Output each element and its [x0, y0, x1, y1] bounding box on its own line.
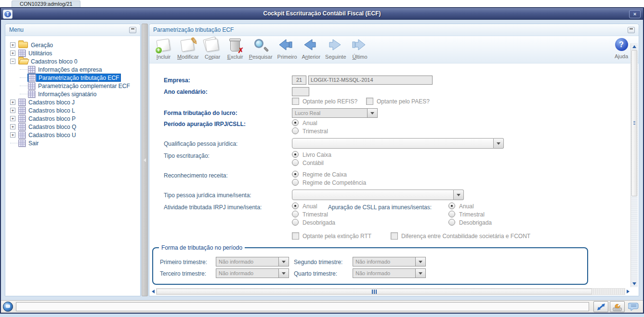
menu-panel-title: Menu: [9, 26, 24, 33]
chevron-down-icon[interactable]: [368, 108, 378, 118]
scroll-left-icon[interactable]: [152, 290, 155, 293]
apuracao-csll-label: Apuração de CSLL para imunes/isentas:: [328, 204, 432, 211]
tree-item-geracao[interactable]: +Geração: [10, 41, 138, 49]
tree-item-cadastros-bloco-j[interactable]: +Cadastros bloco J: [10, 98, 138, 106]
vertical-scrollbar[interactable]: [631, 43, 638, 287]
chevron-down-icon[interactable]: [279, 257, 289, 266]
grid-icon: [28, 82, 35, 89]
ano-calendario-field[interactable]: [292, 87, 309, 96]
tree-item-label: Parametrização complementar ECF: [38, 83, 130, 89]
chevron-down-icon[interactable]: [454, 190, 464, 200]
tools-button[interactable]: [610, 301, 625, 312]
atividade-anual-radio[interactable]: [292, 203, 299, 209]
scroll-up-icon[interactable]: [632, 45, 636, 48]
chevron-down-icon[interactable]: [279, 268, 289, 278]
forma-tributacao-dropdown[interactable]: Lucro Real: [292, 108, 378, 118]
qualificacao-dropdown[interactable]: [292, 138, 504, 149]
ajuda-button[interactable]: ? Ajuda: [612, 38, 631, 60]
primeiro-trimestre-dropdown[interactable]: Não informado: [216, 257, 289, 266]
fcont-checkbox[interactable]: [391, 232, 398, 240]
copiar-button[interactable]: Copiar: [201, 38, 224, 63]
collapse-minus-icon[interactable]: −: [10, 59, 15, 64]
detail-panel-header: Parametrização tributação ECF: [149, 24, 639, 36]
refis-checkbox[interactable]: [292, 98, 299, 105]
tree-item-label: Informações da empresa: [38, 66, 102, 73]
chevron-down-icon[interactable]: [494, 138, 504, 149]
periodo-anual-radio[interactable]: [292, 119, 299, 126]
tree-item-informacoes-da-empresa[interactable]: Informações da empresa: [10, 65, 138, 74]
segundo-trimestre-label: Segundo trimestre:: [294, 259, 342, 266]
fieldset-legend: Forma de tributação no período: [159, 244, 245, 251]
tree-item-sair[interactable]: Sair: [10, 139, 138, 147]
expand-plus-icon[interactable]: +: [10, 132, 15, 138]
chevron-down-icon[interactable]: [416, 257, 426, 266]
csll-desobrigada-radio[interactable]: [448, 219, 455, 226]
segundo-trimestre-dropdown[interactable]: Não informado: [353, 257, 426, 266]
tree-item-cadastros-bloco-l[interactable]: +Cadastros bloco L: [10, 106, 138, 114]
empresa-code-field[interactable]: 21: [292, 76, 306, 85]
csll-trimestral-radio[interactable]: [448, 211, 455, 217]
excluir-button[interactable]: ✗ Excluir: [224, 38, 247, 63]
tree-item-utilitarios[interactable]: +Utilitários: [10, 49, 138, 57]
atividade-desobrigada-radio[interactable]: [292, 219, 299, 226]
atividade-trimestral-radio[interactable]: [292, 211, 299, 217]
detail-panel: Parametrização tributação ECF + Incluir …: [149, 24, 639, 296]
expand-plus-icon[interactable]: +: [10, 42, 15, 48]
folder-icon: [18, 42, 28, 48]
expand-plus-icon[interactable]: +: [10, 108, 15, 113]
anterior-button[interactable]: Anterior: [300, 38, 323, 63]
contabil-radio[interactable]: [292, 159, 299, 166]
quarto-trimestre-dropdown[interactable]: Não informado: [353, 268, 426, 278]
expand-plus-icon[interactable]: +: [10, 51, 15, 56]
livro-caixa-radio[interactable]: [292, 151, 299, 158]
tree-item-cadastros-bloco-u[interactable]: +Cadastros bloco U: [10, 131, 138, 139]
regime-caixa-radio[interactable]: [292, 171, 299, 178]
scroll-right-icon[interactable]: [627, 290, 630, 293]
folder-open-icon: [18, 58, 28, 64]
tree-item-parametrizacao-complementar-ecf[interactable]: Parametrização complementar ECF: [10, 82, 138, 90]
tree-item-informacoes-signatario[interactable]: Informações signatário: [10, 90, 138, 98]
menu-panel-header: Menu: [5, 24, 140, 36]
horizontal-scrollbar-track[interactable]: [156, 288, 625, 295]
browser-tab-strip: CON10239:admlog/21: [0, 0, 644, 7]
ultimo-button[interactable]: Último: [349, 38, 371, 63]
csll-anual-radio[interactable]: [448, 203, 455, 209]
terceiro-trimestre-dropdown[interactable]: Não informado: [216, 268, 289, 278]
incluir-button[interactable]: + Incluir: [152, 38, 175, 63]
chat-button[interactable]: [626, 301, 641, 312]
modificar-icon: ✎: [179, 38, 197, 54]
empresa-name-field[interactable]: LOGIX-TI12-MSSQL-2014: [308, 76, 433, 85]
vertical-scrollbar-thumb[interactable]: [631, 50, 637, 196]
horizontal-scrollbar[interactable]: [152, 288, 630, 295]
periodo-trimestral-radio[interactable]: [292, 127, 299, 134]
primeiro-button[interactable]: Primeiro: [275, 38, 300, 63]
tree-item-cadastros-bloco-p[interactable]: +Cadastros bloco P: [10, 114, 138, 123]
form-area: Empresa: 21 LOGIX-TI12-MSSQL-2014 Ano ca…: [149, 63, 639, 296]
tree-item-cadastros-bloco-0[interactable]: −Cadastros bloco 0: [10, 57, 138, 65]
window-content: Menu +Geração+Utilitários−Cadastros bloc…: [1, 20, 643, 300]
panel-splitter[interactable]: [142, 24, 148, 296]
rtt-checkbox[interactable]: [292, 232, 299, 240]
seguinte-button[interactable]: Seguinte: [323, 38, 348, 63]
collapse-panel-button[interactable]: [129, 27, 136, 33]
chevron-down-icon[interactable]: [416, 268, 426, 278]
regime-competencia-radio[interactable]: [292, 179, 299, 186]
expand-plus-icon[interactable]: +: [10, 100, 15, 105]
tipo-pj-dropdown[interactable]: [292, 190, 464, 200]
collapse-panel-button[interactable]: [628, 27, 635, 33]
modificar-button[interactable]: ✎ Modificar: [175, 38, 201, 63]
tree-item-label: Parametrização tributação ECF: [39, 75, 119, 81]
scroll-down-icon[interactable]: [632, 282, 636, 285]
close-button[interactable]: ×: [629, 10, 641, 18]
grid-icon: [18, 107, 26, 114]
browser-tab[interactable]: CON10239:admlog/21: [12, 0, 80, 7]
expand-plus-icon[interactable]: +: [10, 116, 15, 121]
paes-checkbox[interactable]: [366, 98, 373, 105]
resize-button[interactable]: [593, 301, 608, 312]
expand-plus-icon[interactable]: +: [10, 124, 15, 129]
tree-item-cadastros-bloco-q[interactable]: +Cadastros bloco Q: [10, 123, 138, 131]
tree-item-parametrizacao-tributacao-ecf[interactable]: Parametrização tributação ECF: [10, 74, 138, 82]
pesquisar-button[interactable]: Pesquisar: [247, 38, 275, 63]
forma-tributacao-periodo-fieldset: Forma de tributação no período Primeiro …: [152, 247, 588, 285]
horizontal-scrollbar-thumb[interactable]: [157, 289, 592, 294]
